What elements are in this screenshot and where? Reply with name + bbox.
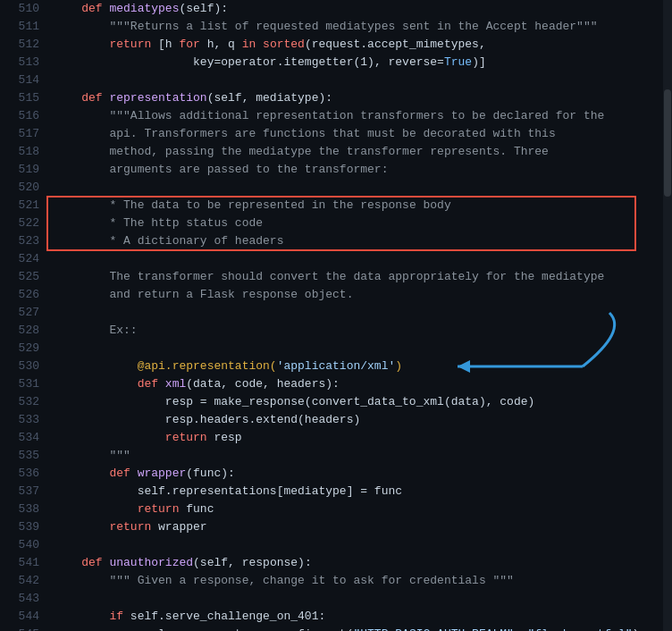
code-token: resp = make_response(convert_data_to_xml… xyxy=(165,395,534,408)
code-token: Ex:: xyxy=(109,324,137,337)
code-line: """Returns a list of requested mediatype… xyxy=(54,18,663,36)
code-line: return func xyxy=(54,501,663,518)
line-number: 519 xyxy=(0,161,39,179)
line-number: 521 xyxy=(0,197,39,215)
code-line: def xml(data, code, headers): xyxy=(54,375,663,393)
code-line: and return a Flask response object. xyxy=(54,286,663,304)
code-line: def mediatypes(self): xyxy=(54,0,663,18)
code-token: xml xyxy=(165,377,186,391)
line-number: 528 xyxy=(0,322,39,340)
line-number: 517 xyxy=(0,125,39,143)
code-token xyxy=(54,2,81,15)
code-token: ) xyxy=(633,627,640,631)
scrollbar-thumb[interactable] xyxy=(664,89,671,197)
code-token xyxy=(54,556,81,569)
code-token xyxy=(54,216,109,230)
line-number: 513 xyxy=(0,54,39,72)
line-number: 511 xyxy=(0,18,39,36)
code-token: 'application/xml' xyxy=(277,359,396,373)
code-token: mediatypes xyxy=(109,2,179,15)
line-number: 510 xyxy=(0,0,39,18)
code-token: , xyxy=(514,627,528,631)
line-number: 535 xyxy=(0,447,39,465)
code-token: ), reverse= xyxy=(367,55,444,69)
code-line xyxy=(54,304,663,322)
scrollbar[interactable] xyxy=(663,0,672,631)
code-token xyxy=(54,502,138,516)
code-line xyxy=(54,250,663,268)
code-token: resp.headers.extend(headers) xyxy=(165,413,360,426)
code-token: @api.representation( xyxy=(138,359,277,373)
code-token: return xyxy=(109,38,158,51)
code-token: this xyxy=(528,127,556,140)
line-number: 537 xyxy=(0,483,39,501)
code-token xyxy=(54,163,109,176)
line-number: 532 xyxy=(0,393,39,411)
code-line xyxy=(54,590,663,608)
code-line: return wrapper xyxy=(54,518,663,536)
line-number: 512 xyxy=(0,36,39,54)
line-number: 526 xyxy=(0,286,39,304)
code-token xyxy=(54,359,138,373)
code-token xyxy=(54,91,81,105)
code-token: h, q xyxy=(207,38,242,51)
code-token: True xyxy=(444,55,472,69)
code-line: return resp xyxy=(54,429,663,447)
code-token: resp xyxy=(214,431,241,444)
code-token: key=operator.itemgetter( xyxy=(193,55,360,69)
code-token: for xyxy=(179,38,206,51)
code-token: """ xyxy=(109,449,130,462)
code-line xyxy=(54,72,663,89)
code-token: method, passing the mediatype the transf… xyxy=(109,145,548,158)
code-token: def xyxy=(109,467,137,480)
code-token xyxy=(54,127,109,140)
code-token: * The http status code xyxy=(109,216,263,230)
code-token: """Allows additional representation tran… xyxy=(109,109,584,122)
code-line: def unauthorized(self, response): xyxy=(54,554,663,572)
code-line: """Allows additional representation tran… xyxy=(54,107,663,125)
line-number: 542 xyxy=(0,572,39,590)
code-line: return [h for h, q in sorted(request.acc… xyxy=(54,36,663,54)
code-token xyxy=(54,145,109,158)
code-line: """ xyxy=(54,447,663,465)
code-token: 1 xyxy=(360,55,367,69)
code-token xyxy=(54,520,109,534)
line-number: 534 xyxy=(0,429,39,447)
line-number: 544 xyxy=(0,608,39,626)
code-token: arguments are passed to the transformer: xyxy=(109,163,388,176)
code-token xyxy=(54,431,165,444)
code-token: """Returns a list of requested mediatype… xyxy=(109,20,597,33)
code-line: resp = make_response(convert_data_to_xml… xyxy=(54,393,663,411)
line-number: 522 xyxy=(0,215,39,232)
code-token: (func): xyxy=(186,467,235,480)
line-number: 541 xyxy=(0,554,39,572)
line-number: 531 xyxy=(0,375,39,393)
code-token: """ Given a response, change it to ask f… xyxy=(109,574,513,587)
code-token xyxy=(54,38,109,51)
code-token xyxy=(54,574,109,587)
code-token: wrapper xyxy=(138,467,187,480)
code-token xyxy=(54,109,109,122)
code-token: return xyxy=(109,520,158,534)
line-number: 515 xyxy=(0,89,39,107)
code-line xyxy=(54,340,663,358)
code-line: The transformer should convert the data … xyxy=(54,268,663,286)
code-token xyxy=(54,395,165,408)
code-line: key=operator.itemgetter(1), reverse=True… xyxy=(54,54,663,72)
line-number: 514 xyxy=(0,72,39,89)
line-number: 530 xyxy=(0,358,39,375)
code-token: def xyxy=(81,91,109,105)
code-line: def wrapper(func): xyxy=(54,465,663,483)
code-area[interactable]: def mediatypes(self): """Returns a list … xyxy=(46,0,663,631)
line-number: 527 xyxy=(0,304,39,322)
code-token xyxy=(54,55,193,69)
code-token: (self, mediatype): xyxy=(207,91,332,105)
code-token xyxy=(54,234,109,248)
code-token xyxy=(54,484,138,498)
code-token: return xyxy=(165,431,214,444)
line-number: 545 xyxy=(0,626,39,631)
code-line: method, passing the mediatype the transf… xyxy=(54,143,663,161)
line-number: 516 xyxy=(0,107,39,125)
code-token xyxy=(54,467,109,480)
code-token xyxy=(54,610,109,623)
